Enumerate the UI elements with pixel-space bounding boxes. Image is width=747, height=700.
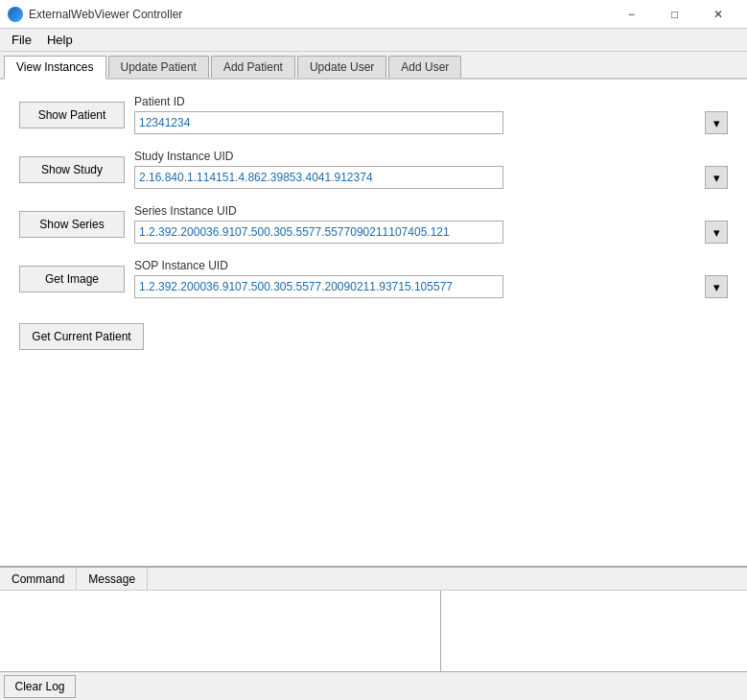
patient-id-label: Patient ID [134,95,728,108]
title-bar: ExternalWebViewer Controller − □ ✕ [0,0,747,29]
show-series-button[interactable]: Show Series [19,211,125,238]
tab-update-user[interactable]: Update User [297,56,386,78]
get-current-patient-button[interactable]: Get Current Patient [19,323,144,350]
patient-id-select[interactable]: 12341234 [134,111,503,134]
log-message-tab[interactable]: Message [77,568,148,590]
minimize-button[interactable]: − [610,0,653,29]
app-icon [8,7,23,22]
series-uid-dropdown-wrapper: 1.2.392.200036.9107.500.305.5577.5577090… [134,221,728,244]
series-uid-group: Series Instance UID 1.2.392.200036.9107.… [134,204,728,244]
study-uid-label: Study Instance UID [134,150,728,163]
get-image-action: Get Image [19,266,125,292]
title-bar-text: ExternalWebViewer Controller [29,8,610,21]
sop-uid-group: SOP Instance UID 1.2.392.200036.9107.500… [134,259,728,298]
log-message-panel [441,591,747,671]
patient-id-arrow-icon: ▾ [705,111,728,134]
show-patient-action: Show Patient [19,102,125,128]
study-uid-select[interactable]: 2.16.840.1.114151.4.862.39853.4041.91237… [134,166,503,189]
sop-uid-label: SOP Instance UID [134,259,728,272]
log-body [0,591,747,671]
show-study-button[interactable]: Show Study [19,156,125,183]
sop-uid-dropdown-wrapper: 1.2.392.200036.9107.500.305.5577.2009021… [134,275,728,298]
patient-id-dropdown-wrapper: 12341234 ▾ [134,111,728,134]
tab-view-instances[interactable]: View Instances [4,56,106,80]
menu-bar: File Help [0,29,747,52]
tab-update-patient[interactable]: Update Patient [108,56,209,78]
sop-uid-select[interactable]: 1.2.392.200036.9107.500.305.5577.2009021… [134,275,503,298]
menu-help[interactable]: Help [39,31,81,49]
clear-log-button[interactable]: Clear Log [4,675,76,698]
series-uid-label: Series Instance UID [134,204,728,218]
log-command-panel [0,591,441,671]
show-series-action: Show Series [19,211,125,238]
log-header: Command Message [0,568,747,591]
sop-uid-row: Get Image SOP Instance UID 1.2.392.20003… [19,259,728,298]
main-content: Show Patient Patient ID 12341234 ▾ Show … [0,80,747,566]
study-uid-dropdown-wrapper: 2.16.840.1.114151.4.862.39853.4041.91237… [134,166,728,189]
show-patient-button[interactable]: Show Patient [19,102,125,128]
maximize-button[interactable]: □ [653,0,696,29]
study-uid-row: Show Study Study Instance UID 2.16.840.1… [19,150,728,189]
log-footer: Clear Log [0,671,747,700]
series-uid-select[interactable]: 1.2.392.200036.9107.500.305.5577.5577090… [134,221,503,244]
study-uid-arrow-icon: ▾ [705,166,728,189]
tab-add-user[interactable]: Add User [388,56,461,78]
title-bar-controls: − □ ✕ [610,0,739,29]
patient-id-row: Show Patient Patient ID 12341234 ▾ [19,95,728,134]
close-button[interactable]: ✕ [696,0,739,29]
menu-file[interactable]: File [4,31,39,49]
study-uid-group: Study Instance UID 2.16.840.1.114151.4.8… [134,150,728,189]
patient-id-group: Patient ID 12341234 ▾ [134,95,728,134]
sop-uid-arrow-icon: ▾ [705,275,728,298]
log-area: Command Message Clear Log [0,566,747,700]
tab-add-patient[interactable]: Add Patient [211,56,295,78]
tab-bar: View Instances Update Patient Add Patien… [0,52,747,80]
series-uid-arrow-icon: ▾ [705,221,728,244]
series-uid-row: Show Series Series Instance UID 1.2.392.… [19,204,728,244]
log-command-tab[interactable]: Command [0,568,77,590]
show-study-action: Show Study [19,156,125,183]
get-image-button[interactable]: Get Image [19,266,125,292]
